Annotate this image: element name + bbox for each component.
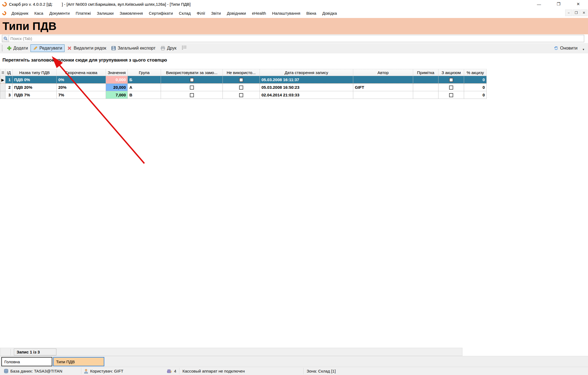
cell-not-used[interactable] — [223, 91, 260, 99]
menu-dovidnyky[interactable]: Довідники — [224, 9, 249, 17]
menu-platezhi[interactable]: Платежі — [73, 9, 94, 17]
cell-excise-percent[interactable]: 0 — [464, 76, 487, 84]
cell-use-by-default[interactable] — [161, 76, 223, 84]
refresh-dropdown-caret-icon[interactable]: ▾ — [583, 48, 584, 51]
cell-name[interactable]: ПДВ 0% — [13, 76, 57, 84]
add-button-label: Додати — [13, 46, 28, 51]
cell-id[interactable]: 2 — [5, 84, 13, 91]
cell-group[interactable]: В — [128, 91, 161, 99]
cell-note[interactable] — [413, 76, 438, 84]
cell-not-used[interactable] — [223, 84, 260, 91]
col-header-short-name[interactable]: Скорочена назва — [57, 69, 106, 76]
delete-row-button[interactable]: Видалити рядок — [65, 44, 108, 52]
refresh-button[interactable]: Оновити — [551, 44, 580, 52]
close-icon[interactable]: ✕ — [568, 0, 588, 8]
col-header-value[interactable]: Значення — [106, 69, 128, 76]
cell-use-by-default[interactable] — [161, 91, 223, 99]
cell-with-excise[interactable] — [438, 76, 464, 84]
cell-value[interactable]: 7,000 — [106, 91, 128, 99]
cell-group[interactable]: А — [128, 84, 161, 91]
menu-dokumenty[interactable]: Документи — [46, 9, 73, 17]
cell-short-name[interactable]: 20% — [57, 84, 106, 91]
menu-sertyfikaty[interactable]: Сертифікати — [146, 9, 176, 17]
menu-dovidka[interactable]: Довідка — [319, 9, 340, 17]
menu-zvity[interactable]: Звіти — [208, 9, 224, 17]
cell-excise-percent[interactable]: 0 — [464, 91, 487, 99]
cell-short-name[interactable]: 7% — [57, 91, 106, 99]
checkbox-unchecked[interactable] — [449, 78, 453, 82]
grid-options-icon[interactable] — [0, 69, 5, 76]
search-row — [0, 34, 588, 43]
menu-zamovlennya[interactable]: Замовлення — [117, 9, 146, 17]
cell-not-used[interactable] — [223, 76, 260, 84]
cell-with-excise[interactable] — [438, 84, 464, 91]
cell-id[interactable]: 3 — [5, 91, 13, 99]
search-icon[interactable] — [2, 35, 9, 42]
col-header-not-used[interactable]: Не використо... — [223, 69, 260, 76]
col-header-use-by-default[interactable]: Використовувати за замо... — [161, 69, 223, 76]
export-button[interactable]: Загальний експорт — [109, 44, 158, 52]
cell-value[interactable]: 0,000 — [106, 76, 128, 84]
cell-name[interactable]: ПДВ 20% — [13, 84, 57, 91]
table-row[interactable]: 2 ПДВ 20% 20% 20,000 А 05.03.2008 16:50:… — [0, 84, 487, 91]
mdi-restore-icon[interactable]: ❐ — [573, 10, 580, 16]
col-header-id[interactable]: ІД — [5, 69, 13, 76]
cell-excise-percent[interactable]: 0 — [464, 84, 487, 91]
checkbox-unchecked[interactable] — [449, 86, 453, 90]
cell-author[interactable] — [353, 91, 413, 99]
menu-vikna[interactable]: Вікна — [303, 9, 319, 17]
menu-zalyshky[interactable]: Залишки — [94, 9, 117, 17]
checkbox-unchecked[interactable] — [190, 86, 194, 90]
col-header-with-excise[interactable]: З акцизом — [438, 69, 464, 76]
table-row[interactable]: ▶ 1 ПДВ 0% 0% 0,000 Б 05.03.2008 16:11:3… — [0, 76, 487, 84]
cell-note[interactable] — [413, 91, 438, 99]
cell-author[interactable] — [353, 76, 413, 84]
search-box[interactable] — [2, 35, 584, 42]
checkbox-unchecked[interactable] — [239, 93, 243, 97]
restore-icon[interactable]: ❐ — [549, 0, 568, 8]
col-header-created[interactable]: Дата створення запису — [260, 69, 353, 76]
menu-ehealth[interactable]: eHealth — [249, 9, 269, 17]
table-row[interactable]: 3 ПДВ 7% 7% 7,000 В 02.04.2014 21:03:33 … — [0, 91, 487, 99]
minimize-icon[interactable]: — — [529, 0, 549, 8]
pencil-icon — [33, 46, 38, 51]
checkbox-unchecked[interactable] — [239, 78, 243, 82]
checkbox-unchecked[interactable] — [449, 93, 453, 97]
col-header-note[interactable]: Примітка — [413, 69, 438, 76]
cell-author[interactable]: GIFT — [353, 84, 413, 91]
cell-created[interactable]: 02.04.2014 21:03:33 — [260, 91, 353, 99]
edit-button[interactable]: Редагувати — [31, 44, 65, 52]
cell-short-name[interactable]: 0% — [57, 76, 106, 84]
menu-dovidnyk[interactable]: Довідник — [8, 9, 31, 17]
add-button[interactable]: Додати — [4, 44, 31, 52]
cell-value[interactable]: 20,000 — [106, 84, 128, 91]
cell-group[interactable]: Б — [128, 76, 161, 84]
checkbox-unchecked[interactable] — [190, 93, 194, 97]
col-header-name[interactable]: Назва типу ПДВ — [13, 69, 57, 76]
checkbox-unchecked[interactable] — [239, 86, 243, 90]
tab-typy-pdv[interactable]: Типи ПДВ — [53, 357, 104, 366]
page-header: Типи ПДВ — [0, 18, 588, 34]
menu-sklad[interactable]: Склад — [176, 9, 194, 17]
col-header-group[interactable]: Група — [128, 69, 161, 76]
mdi-close-icon[interactable]: ✕ — [580, 10, 587, 16]
cell-note[interactable] — [413, 84, 438, 91]
menu-nalashtuvannya[interactable]: Налаштування — [269, 9, 303, 17]
print-button[interactable]: Друк — [158, 44, 179, 52]
toolbar-grip[interactable] — [2, 45, 3, 52]
cell-created[interactable]: 05.03.2008 16:11:37 — [260, 76, 353, 84]
mdi-minimize-icon[interactable]: – — [565, 10, 572, 16]
cell-id[interactable]: 1 — [5, 76, 13, 84]
menu-kasa[interactable]: Каса — [31, 9, 46, 17]
col-header-author[interactable]: Автор — [353, 69, 413, 76]
column-chooser-icon[interactable] — [181, 45, 187, 51]
cell-use-by-default[interactable] — [161, 84, 223, 91]
col-header-excise-percent[interactable]: % акцизу — [464, 69, 487, 76]
tab-holovna[interactable]: Головна — [1, 357, 52, 366]
cell-with-excise[interactable] — [438, 91, 464, 99]
cell-created[interactable]: 05.03.2008 16:50:23 — [260, 84, 353, 91]
checkbox-unchecked[interactable] — [190, 78, 194, 82]
menu-filii[interactable]: Філії — [194, 9, 208, 17]
cell-name[interactable]: ПДВ 7% — [13, 91, 57, 99]
search-input[interactable] — [9, 35, 584, 42]
